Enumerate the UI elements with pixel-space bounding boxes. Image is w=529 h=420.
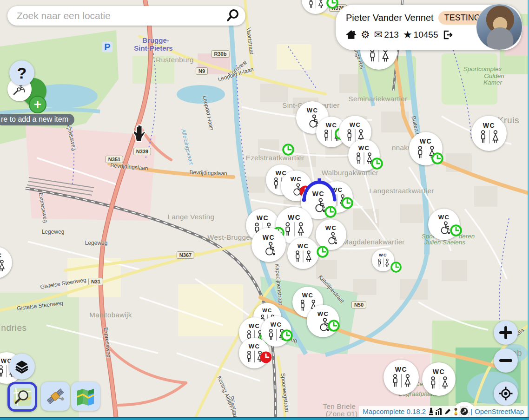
- wc-label: WC: [249, 343, 260, 349]
- wc-label: WC: [263, 234, 275, 241]
- man-woman-figure-icon: [390, 374, 413, 388]
- wc-label: WC: [438, 214, 450, 220]
- map-pin-toilet[interactable]: WC: [316, 219, 346, 250]
- map-pin-toilet[interactable]: WC: [384, 360, 419, 395]
- map-pin-toilet[interactable]: WC: [428, 209, 460, 240]
- map-pin-toilet[interactable]: WC: [251, 228, 286, 262]
- wheelchair-figure-icon: [258, 242, 280, 256]
- wheelchair-figure-icon: [312, 318, 334, 332]
- messages-count: 213: [384, 30, 399, 40]
- attribution-version: 0.18.2: [406, 407, 426, 415]
- map-app: N376R30bN9N339N351N367N31N50PBrugge-Sint…: [0, 0, 529, 420]
- gear-icon: ⚙: [361, 29, 370, 40]
- changesets-count: 10455: [414, 30, 438, 40]
- map-pin-toilet[interactable]: WC: [287, 237, 319, 269]
- logout-icon: [442, 29, 453, 40]
- attribution-bar: Mapcomplete 0.18.2 | OpenStreetMap: [359, 406, 528, 417]
- wheelchair-figure-icon: [307, 198, 330, 213]
- search-input[interactable]: [16, 10, 225, 22]
- layers-button[interactable]: [9, 354, 35, 380]
- layers-icon: [15, 360, 29, 374]
- logout-button[interactable]: [442, 29, 453, 40]
- man-woman-figure-icon: [293, 250, 313, 263]
- wc-label: WC: [317, 311, 329, 317]
- geolocate-button[interactable]: [494, 381, 518, 406]
- wc-label: WC: [291, 176, 302, 182]
- map-pin-toilet[interactable]: WC: [471, 116, 507, 151]
- background-layer-map-button[interactable]: [71, 382, 100, 411]
- map-pin-toilet[interactable]: WC: [348, 139, 380, 171]
- wc-label: WC: [257, 215, 269, 221]
- man-woman-figure-icon: [376, 258, 390, 268]
- wc-label: WC: [433, 368, 445, 375]
- man-woman-figure-icon: [428, 376, 450, 390]
- man-woman-figure-icon: [354, 152, 374, 165]
- messages-button[interactable]: ✉ 213: [374, 29, 399, 40]
- wc-label: WC: [483, 122, 495, 129]
- man-woman-figure-icon: [478, 130, 501, 144]
- osm-carto-icon: [13, 387, 32, 406]
- man-woman-figure-icon: [415, 145, 437, 160]
- help-button[interactable]: ?: [9, 60, 34, 85]
- map-pin-toilet[interactable]: WC: [0, 247, 12, 278]
- map-markers-layer: WCWCWCWCWCWCWCWCWCWCWCWCWCWCWCWCWCWCWCWC…: [0, 0, 529, 420]
- wc-label: WC: [0, 252, 2, 258]
- map-pin-toilet[interactable]: WC: [372, 249, 394, 271]
- wc-label: WC: [420, 138, 432, 144]
- attribution-icons: [428, 407, 468, 415]
- home-icon: [346, 29, 357, 40]
- search-button[interactable]: [225, 7, 241, 25]
- zoom-out-button[interactable]: [494, 348, 518, 373]
- search-icon: [226, 8, 240, 22]
- mail-icon: ✉: [374, 29, 383, 40]
- wheelchair-figure-icon: [321, 232, 341, 245]
- mapcomplete-link[interactable]: Mapcomplete 0.18.2: [363, 407, 426, 415]
- wc-label: WC: [312, 190, 324, 197]
- wc-label: WC: [326, 122, 337, 128]
- wc-label: WC: [379, 253, 387, 257]
- stats-icon: [435, 408, 443, 415]
- settings-button[interactable]: ⚙: [361, 29, 370, 40]
- folded-map-icon: [76, 387, 95, 406]
- background-layer-satellite-button[interactable]: [41, 382, 70, 411]
- minus-icon: [499, 354, 512, 367]
- wc-label: WC: [350, 122, 361, 128]
- map-pin-toilet[interactable]: WC: [239, 338, 270, 368]
- user-avatar[interactable]: [476, 4, 522, 50]
- wc-label: WC: [302, 292, 314, 298]
- map-pin-toilet[interactable]: WC: [409, 132, 443, 165]
- changesets-button[interactable]: ★ 10455: [403, 29, 438, 40]
- background-layer-osm-button[interactable]: [7, 382, 37, 412]
- man-woman-figure-icon: [307, 0, 325, 9]
- wc-label: WC: [358, 145, 370, 151]
- star-icon: ★: [403, 29, 412, 40]
- plus-badge: +: [29, 96, 46, 113]
- open-now-clock-badge: [282, 144, 294, 156]
- map-pin-toilet[interactable]: WC: [261, 316, 291, 347]
- wc-label: WC: [249, 323, 260, 329]
- zoom-in-button[interactable]: [494, 321, 518, 345]
- attribution-app: Mapcomplete: [363, 407, 404, 415]
- wc-label: WC: [307, 107, 318, 113]
- mascot-icon: [452, 407, 459, 415]
- satellite-icon: [46, 387, 65, 406]
- bottom-bar: [0, 417, 529, 420]
- attribution-separator: |: [470, 407, 472, 415]
- statue-icon: [428, 407, 434, 415]
- map-pin-toilet[interactable]: WC: [307, 305, 339, 337]
- man-woman-figure-icon: [282, 222, 306, 237]
- wheelchair-figure-icon: [434, 221, 454, 235]
- home-button[interactable]: [346, 29, 357, 40]
- wc-label: WC: [288, 214, 301, 221]
- openstreetmap-link[interactable]: OpenStreetMap: [475, 407, 524, 415]
- wc-label: WC: [325, 225, 337, 231]
- man-woman-figure-icon: [266, 328, 286, 341]
- plus-icon: [499, 326, 512, 339]
- map-pin-toilet[interactable]: WC: [422, 362, 456, 396]
- add-item-tooltip: re to add a new item: [0, 114, 74, 125]
- wc-label: WC: [262, 308, 272, 313]
- hand-cursor-icon: [132, 124, 148, 145]
- wc-label: WC: [395, 366, 407, 373]
- wc-label: WC: [271, 322, 282, 328]
- map-pin-toilet[interactable]: WC: [302, 0, 330, 14]
